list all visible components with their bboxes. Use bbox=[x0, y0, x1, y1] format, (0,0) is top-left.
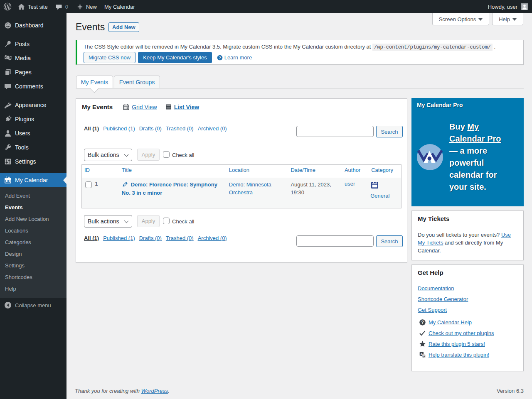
svg-text:?: ? bbox=[219, 56, 221, 60]
svg-text:?: ? bbox=[421, 320, 424, 325]
svg-text:文: 文 bbox=[423, 355, 426, 357]
